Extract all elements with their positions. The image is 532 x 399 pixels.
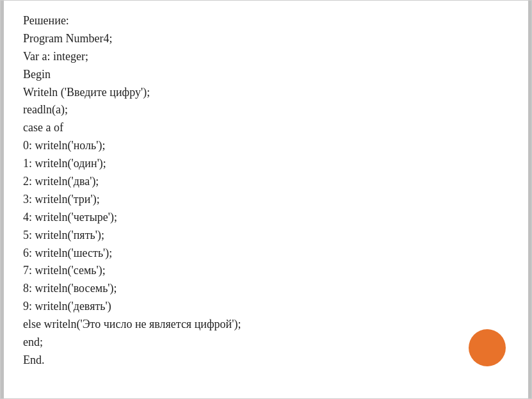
code-line-12: 5: writeln('пять'); <box>23 227 512 245</box>
code-line-18: end; <box>23 334 512 352</box>
code-line-1: Program Number4; <box>23 30 512 48</box>
right-border <box>528 1 531 398</box>
code-line-3: Begin <box>23 66 512 84</box>
code-line-2: Var a: integer; <box>23 48 512 66</box>
code-line-4: Writeln ('Введите цифру'); <box>23 84 512 102</box>
code-line-6: case a of <box>23 119 512 137</box>
code-line-17: else writeln('Это число не является цифр… <box>23 316 512 334</box>
code-line-15: 8: writeln('восемь'); <box>23 280 512 298</box>
page-container: Решение:Program Number4;Var a: integer;B… <box>0 0 532 399</box>
orange-action-button[interactable] <box>469 329 506 366</box>
code-line-0: Решение: <box>23 12 512 30</box>
code-line-9: 2: writeln('два'); <box>23 173 512 191</box>
code-content: Решение:Program Number4;Var a: integer;B… <box>20 12 512 370</box>
code-line-5: readln(a); <box>23 101 512 119</box>
code-line-10: 3: writeln('три'); <box>23 191 512 209</box>
code-line-19: End. <box>23 352 512 370</box>
code-line-14: 7: writeln('семь'); <box>23 262 512 280</box>
code-line-7: 0: writeln('ноль'); <box>23 137 512 155</box>
code-line-11: 4: writeln('четыре'); <box>23 209 512 227</box>
code-line-16: 9: writeln('девять') <box>23 298 512 316</box>
code-line-13: 6: writeln('шесть'); <box>23 245 512 263</box>
left-border <box>1 1 4 398</box>
code-line-8: 1: writeln('один'); <box>23 155 512 173</box>
